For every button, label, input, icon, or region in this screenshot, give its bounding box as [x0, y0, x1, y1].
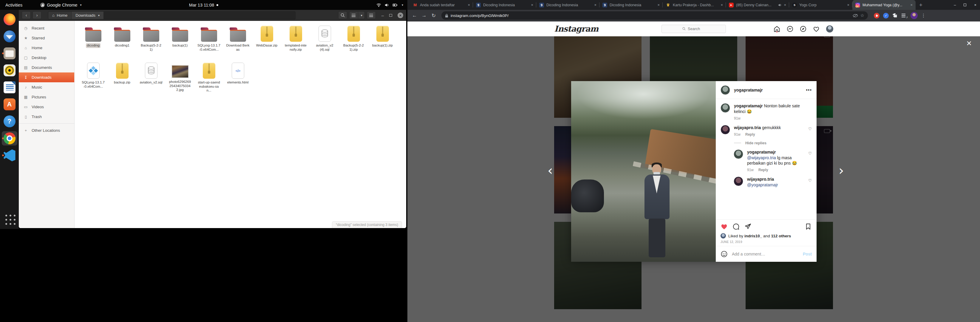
minimize-button[interactable]: – [954, 3, 956, 7]
tab-close-icon[interactable]: × [468, 3, 470, 7]
file-item[interactable]: Backup(5-2-21).zip [339, 24, 368, 62]
new-tab-button[interactable]: + [919, 2, 923, 8]
view-options-button[interactable]: ▾ [358, 11, 365, 19]
close-button[interactable]: × [974, 3, 977, 7]
caption-username[interactable]: yogapratamajr [734, 103, 763, 108]
file-item[interactable]: start-up-saendeubakseu-san... [194, 62, 223, 98]
bookmark-star-icon[interactable]: ☆ [861, 13, 864, 18]
sidebar-item-music[interactable]: ♪Music [19, 82, 74, 92]
file-item[interactable]: Download Berkas [223, 24, 252, 62]
eye-slash-icon[interactable] [853, 14, 858, 17]
search-button[interactable] [338, 11, 347, 19]
like-comment-icon[interactable]: ♡ [808, 127, 812, 136]
search-box[interactable] [662, 25, 726, 33]
sidebar-item-downloads[interactable]: ↧Downloads [19, 73, 74, 82]
tab-gmail[interactable]: M Anda sudah terdaftar × [410, 0, 473, 10]
like-comment-icon[interactable]: ♡ [808, 178, 812, 188]
liker-avatar[interactable] [721, 233, 726, 238]
file-item[interactable]: backup(1).zip [368, 24, 397, 62]
dock-item-libreoffice-writer[interactable] [2, 80, 17, 95]
comments-area[interactable]: yogapratamajr Nonton bakule sate kelinci… [716, 99, 816, 219]
menu-button[interactable] [367, 11, 376, 19]
tab-dicoding-3[interactable]: 9 Dicoding Indonesia × [600, 0, 663, 10]
file-item[interactable]: SQLyog-13.1.7-0.x64Com... [194, 24, 223, 62]
sidebar-item-other-locations[interactable]: +Other Locations [19, 125, 74, 135]
tab-close-icon[interactable]: × [657, 3, 660, 7]
activity-heart-icon[interactable] [813, 25, 819, 32]
home-nav[interactable] [774, 25, 780, 32]
add-comment-input[interactable] [731, 251, 799, 257]
profile-avatar[interactable] [826, 25, 833, 32]
avatar[interactable] [733, 149, 743, 159]
breadcrumb-downloads[interactable]: Downloads ▾ [72, 12, 104, 19]
back-button[interactable]: ‹ [22, 11, 31, 19]
mention-link[interactable]: @wijayapro.tria [747, 155, 776, 160]
file-item[interactable]: templated-intensify.zip [281, 24, 310, 62]
explore-compass-icon[interactable] [800, 25, 807, 32]
file-item[interactable]: backup(1) [165, 24, 194, 62]
tab-kartu-prakerja[interactable]: ♛ Kartu Prakerja - Dashb... × [663, 0, 726, 10]
system-tray[interactable]: ▾ [376, 3, 407, 7]
reload-button[interactable]: ↻ [430, 13, 438, 19]
breadcrumb-home[interactable]: ⌂ Home [48, 12, 72, 19]
hide-replies-button[interactable]: Hide replies [734, 141, 812, 145]
file-item[interactable]: SQLyog-13.1.7-0.x64Com... [79, 62, 108, 98]
playlist-icon[interactable] [902, 13, 907, 17]
tab-yogs-corp[interactable]: S Yogs Corp × [789, 0, 852, 10]
more-options-icon[interactable]: ••• [806, 87, 812, 93]
dock-item-ubuntu-software[interactable]: A [2, 97, 17, 111]
file-item[interactable]: aviation_v2.sql [137, 62, 165, 98]
minimize-button[interactable]: – [382, 13, 384, 18]
file-item[interactable]: dicoding [79, 24, 108, 62]
tab-dicoding-1[interactable]: 9 Dicoding Indonesia × [473, 0, 536, 10]
reply-button[interactable]: Reply [759, 168, 768, 172]
extensions-puzzle-icon[interactable] [892, 13, 898, 19]
sidebar-item-videos[interactable]: ▭Videos [19, 102, 74, 112]
others-link[interactable]: 112 others [771, 234, 791, 238]
app-menu[interactable]: Google Chrome ▾ [40, 3, 81, 8]
restore-button[interactable] [389, 14, 392, 17]
restore-button[interactable] [964, 3, 966, 6]
reply-username[interactable]: yogapratamajr [747, 150, 776, 154]
tab-audio-icon[interactable] [778, 3, 781, 6]
files-content[interactable]: dicoding dicoding1 Backup(5-2-21) backup… [75, 21, 406, 228]
tab-instagram-active[interactable]: Muhammad Yoga (@y... × [852, 0, 916, 10]
tab-close-icon[interactable]: × [847, 3, 850, 7]
file-item[interactable]: backup.zip [108, 62, 137, 98]
sidebar-item-home[interactable]: ⌂Home [19, 43, 74, 53]
avatar[interactable] [721, 125, 730, 135]
tab-close-icon[interactable]: × [784, 3, 786, 7]
tab-close-icon[interactable]: × [531, 3, 533, 7]
reply-button[interactable]: Reply [745, 132, 755, 136]
dock-item-vscode[interactable] [2, 148, 17, 162]
file-item[interactable]: dicoding1 [108, 24, 137, 62]
close-button[interactable]: × [398, 13, 403, 18]
like-comment-icon[interactable]: ♡ [808, 151, 812, 172]
clock[interactable]: Mar 13 11:08 [189, 3, 218, 8]
file-item[interactable]: Backup(5-2-21) [137, 24, 165, 62]
post-button[interactable]: Post [803, 252, 812, 256]
search-input[interactable] [687, 26, 705, 31]
avatar[interactable] [721, 103, 730, 113]
post-username[interactable]: yogapratamajr [734, 88, 763, 92]
activities-button[interactable]: Activities [0, 0, 28, 10]
messenger-icon[interactable] [787, 25, 793, 32]
sidebar-item-pictures[interactable]: ▦Pictures [19, 92, 74, 102]
tab-dicoding-2[interactable]: 9 Dicoding Indonesia × [536, 0, 600, 10]
back-button[interactable]: ← [410, 13, 419, 19]
dock-item-help[interactable]: ? [2, 114, 17, 128]
emoji-icon[interactable] [721, 251, 728, 258]
mention-link[interactable]: @yogapratamajr [747, 182, 778, 187]
sidebar-item-desktop[interactable]: ▢Desktop [19, 53, 74, 63]
next-post-arrow[interactable]: › [838, 164, 844, 177]
tab-close-icon[interactable]: × [721, 3, 723, 7]
dock-item-thunderbird[interactable] [2, 29, 17, 44]
like-heart-icon[interactable] [721, 223, 728, 230]
file-item[interactable]: aviation_v2 (4).sql [310, 24, 339, 62]
tab-close-icon[interactable]: × [594, 3, 597, 7]
adblock-icon[interactable] [874, 13, 880, 19]
tab-youtube[interactable]: ▶ (85) Denny Caknan... × [726, 0, 789, 10]
file-item[interactable]: WebDasar.zip [252, 24, 281, 62]
forward-button[interactable]: → [420, 13, 428, 19]
dock-item-chrome[interactable] [2, 131, 17, 146]
